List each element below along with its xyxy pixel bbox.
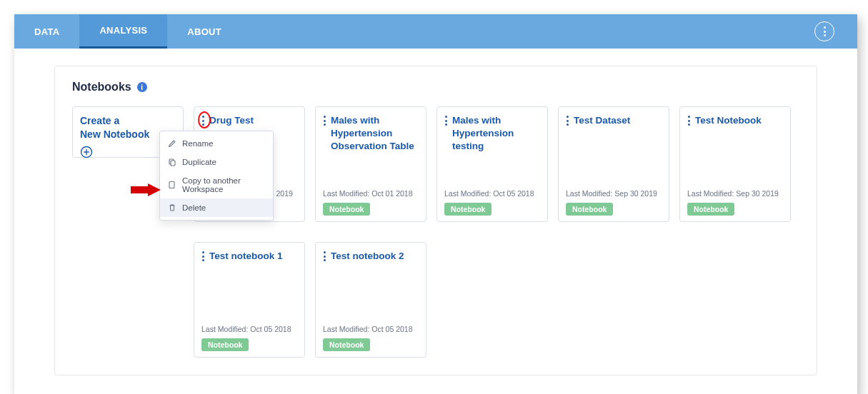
menu-rename[interactable]: Rename xyxy=(160,134,273,153)
card-menu-trigger[interactable] xyxy=(566,114,569,127)
notebook-title: Test notebook 1 xyxy=(209,250,297,263)
more-vertical-icon xyxy=(824,26,826,36)
last-modified: Last Modified: Oct 05 2018 xyxy=(201,325,297,333)
pencil-icon xyxy=(168,139,176,148)
type-badge: Notebook xyxy=(444,203,492,216)
svg-marker-6 xyxy=(131,183,161,196)
last-modified: Last Modified: Oct 05 2018 xyxy=(444,189,540,198)
annotation-arrow xyxy=(131,183,161,196)
copy-icon xyxy=(168,181,176,189)
notebook-card[interactable]: Test notebook 2 Last Modified: Oct 05 20… xyxy=(315,242,426,358)
type-badge: Notebook xyxy=(687,203,734,216)
card-menu-trigger[interactable] xyxy=(444,114,448,127)
notebook-title: Drug Test xyxy=(209,114,297,127)
page-more-button[interactable] xyxy=(814,21,834,41)
notebook-card-wrapper: Drug Test Last Modified: Sep 04 2019 Not… xyxy=(194,106,305,222)
notebook-card[interactable]: Males with Hypertension testing Last Mod… xyxy=(437,106,548,222)
last-modified: Last Modified: Oct 05 2018 xyxy=(323,325,419,333)
trash-icon xyxy=(168,203,176,212)
notebook-title: Males with Hypertension Observation Tabl… xyxy=(331,114,419,153)
duplicate-icon xyxy=(168,158,176,166)
notebook-card[interactable]: Test notebook 1 Last Modified: Oct 05 20… xyxy=(194,242,305,358)
notebook-card[interactable]: Test Dataset Last Modified: Sep 30 2019 … xyxy=(558,106,669,222)
notebook-grid: Create aNew Notebook Drug Test xyxy=(72,106,799,358)
menu-label: Rename xyxy=(182,139,213,148)
menu-duplicate[interactable]: Duplicate xyxy=(160,153,273,171)
menu-delete[interactable]: Delete xyxy=(160,198,273,217)
notebook-title: Males with Hypertension testing xyxy=(452,114,540,153)
grid-spacer xyxy=(72,242,184,358)
type-badge: Notebook xyxy=(323,203,370,216)
panel-heading: Notebooks i xyxy=(72,81,799,94)
menu-label: Duplicate xyxy=(182,158,216,166)
top-nav: DATA ANALYSIS ABOUT xyxy=(14,14,857,49)
app-shell: DATA ANALYSIS ABOUT Notebooks i Create a… xyxy=(14,14,857,394)
svg-rect-5 xyxy=(169,182,174,188)
notebook-title: Test Dataset xyxy=(574,114,662,127)
content: Notebooks i Create aNew Notebook xyxy=(14,49,857,394)
svg-rect-4 xyxy=(171,161,175,166)
type-badge: Notebook xyxy=(201,338,249,351)
last-modified: Last Modified: Oct 01 2018 xyxy=(323,189,419,198)
notebooks-panel: Notebooks i Create aNew Notebook xyxy=(54,66,817,375)
last-modified: Last Modified: Sep 30 2019 xyxy=(687,189,783,198)
menu-label: Delete xyxy=(182,203,206,212)
info-icon[interactable]: i xyxy=(137,82,147,92)
card-menu-trigger[interactable] xyxy=(201,114,205,127)
notebook-title: Test Notebook xyxy=(695,114,783,127)
notebook-card[interactable]: Test Notebook Last Modified: Sep 30 2019… xyxy=(679,106,791,222)
menu-label: Copy to another Workspace xyxy=(182,176,265,193)
tab-about[interactable]: ABOUT xyxy=(167,14,241,49)
last-modified: Last Modified: Sep 30 2019 xyxy=(566,189,662,198)
notebook-title: Test notebook 2 xyxy=(331,250,419,263)
tab-data[interactable]: DATA xyxy=(14,14,79,49)
card-menu-trigger[interactable] xyxy=(323,114,326,127)
card-menu-trigger[interactable] xyxy=(687,114,691,127)
menu-copy-workspace[interactable]: Copy to another Workspace xyxy=(160,171,273,198)
type-badge: Notebook xyxy=(566,203,613,216)
card-menu-trigger[interactable] xyxy=(323,250,326,263)
tab-analysis[interactable]: ANALYSIS xyxy=(79,14,167,49)
card-context-menu: Rename Duplicate Copy to another Workspa… xyxy=(159,131,274,221)
section-title: Notebooks xyxy=(72,81,131,94)
notebook-card[interactable]: Males with Hypertension Observation Tabl… xyxy=(315,106,426,222)
type-badge: Notebook xyxy=(323,338,370,351)
card-menu-trigger[interactable] xyxy=(201,250,205,263)
